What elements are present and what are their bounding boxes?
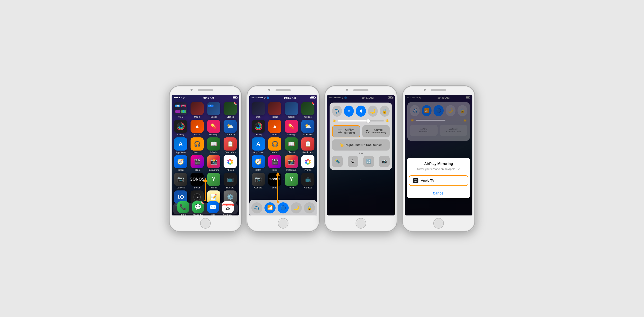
app-clips[interactable]: 🎬 Clips	[190, 155, 205, 171]
app-blinkist[interactable]: 📖 Blinkist	[206, 137, 221, 154]
cc-dnd-3[interactable]: 🌙	[368, 106, 378, 117]
app-reminders-2[interactable]: 📋 Reminders	[301, 137, 316, 154]
cc-timer-3[interactable]: ⏱	[348, 156, 358, 167]
screen-1: ⊙ 9:41 AM 📰 📷 🎵 🌐	[172, 95, 239, 215]
control-center-bg-4: ✈️ 📶 🔵 🌙 🔒 ☀️ ☀️ AirPlayMirroring AirDro…	[407, 102, 470, 141]
dock-messages[interactable]: 💬 2 Messages	[192, 201, 204, 215]
airplay-cancel-btn[interactable]: Cancel	[407, 188, 470, 198]
app-label-camera: Camera	[177, 186, 185, 189]
home-button-4[interactable]	[433, 218, 444, 229]
dock-phone[interactable]: 📞 Phone	[177, 201, 189, 215]
app-appstore[interactable]: A App Store	[173, 137, 188, 154]
app-label-strava: Strava	[194, 133, 200, 136]
app-remote-2[interactable]: 📺 Remote	[301, 173, 316, 189]
iphone-4: ●●● ○○ cricket ⊙ 10:20 AM ✈️ 📶	[402, 85, 475, 232]
screen-2: ●●● ○○ cricket ⊙ 🔵 10:11 AM	[249, 95, 317, 215]
app-clips-2[interactable]: 🎬 Clips	[267, 155, 283, 171]
status-left-2: ●●● ○○ cricket ⊙ 🔵	[251, 96, 269, 99]
svg-point-25	[309, 160, 311, 162]
cc-airplane-2[interactable]: ✈️	[251, 202, 262, 213]
cc-bluetooth-2[interactable]: 🔵	[278, 202, 289, 213]
app-heads-2[interactable]: 🎧 Heads...	[267, 137, 283, 154]
app-photos[interactable]: Photos	[223, 155, 238, 171]
cc-wifi-3[interactable]	[344, 106, 354, 117]
app-utilities[interactable]: 1 Utilities	[223, 102, 238, 118]
app-strava-2[interactable]: ▲ Strava	[267, 120, 283, 136]
app-activity[interactable]: Activity	[173, 120, 188, 136]
app-utilities-2[interactable]: 1 Utilities	[301, 102, 316, 118]
dock-calendar[interactable]: Wednesday 26 Calendar	[222, 201, 234, 215]
app-appstore-2[interactable]: A App Store	[251, 137, 266, 154]
app-darksky[interactable]: ⛅ Dark Sky	[223, 120, 238, 136]
cc-rotation-2[interactable]: 🔒	[304, 202, 315, 213]
svg-point-26	[309, 162, 311, 164]
app-9to5-2[interactable]: 9to5	[251, 102, 266, 118]
cc-nightshift-3[interactable]: ☀️ Night Shift: Off Until Sunset	[332, 139, 390, 151]
app-label-darksky: Dark Sky	[226, 133, 235, 136]
app-reminders[interactable]: 📋 Reminders	[223, 137, 238, 154]
cc-rotation-3[interactable]: 🔒	[380, 106, 390, 117]
app-heads[interactable]: 🎧 Heads...	[190, 137, 205, 154]
app-instagram[interactable]: 📸 Instagram	[206, 155, 221, 171]
cc-airdrop-btn-3[interactable]: AirDrop:Contacts Only	[362, 125, 390, 137]
app-activity-2[interactable]: Activity	[251, 120, 266, 136]
app-media[interactable]: Media	[190, 102, 205, 118]
app-ynab-2[interactable]: Y YNAB	[284, 173, 299, 189]
app-withings-2[interactable]: 💊 Withings	[284, 120, 299, 136]
dock-1: 📞 Phone 💬 2 Messages ✉️ Mail	[173, 203, 238, 214]
app-sonos-2[interactable]: SONOS Sonos	[267, 173, 283, 189]
badge-utilities-2: 1	[312, 102, 314, 105]
nightshift-label-3: Night Shift: Off Until Sunset	[346, 143, 382, 147]
cc-airplay-btn-3[interactable]: AirPlayMirroring	[332, 125, 360, 137]
screen-3: ●●● ○○ cricket ⊙ 🔵 10:11 AM	[327, 95, 395, 215]
cc-airplane-3[interactable]: ✈️	[332, 106, 342, 117]
cc-calculator-3[interactable]: 🔢	[363, 156, 374, 167]
app-label-ynab: YNAB	[210, 186, 217, 189]
app-strava[interactable]: ▲ Strava	[190, 120, 205, 136]
status-bar-1: ⊙ 9:41 AM	[172, 95, 239, 101]
home-button-2[interactable]	[278, 218, 288, 229]
app-camera-2[interactable]: 📷 Camera	[251, 173, 266, 189]
app-darksky-2[interactable]: ⛅ Dark Sky	[301, 120, 316, 136]
dock-label-messages: Messages	[193, 213, 203, 215]
badge-messages: 2	[201, 201, 204, 204]
dock-label-phone: Phone	[180, 213, 186, 215]
home-button-3[interactable]	[356, 218, 366, 229]
app-ynab[interactable]: Y YNAB	[206, 173, 221, 189]
cc-flashlight-3[interactable]: 🔦	[332, 156, 343, 167]
app-label-reminders: Reminders	[225, 151, 236, 154]
app-blinkist-2[interactable]: 📖 Blinkist	[284, 137, 299, 154]
home-button-1[interactable]	[200, 218, 211, 229]
signal-dot	[174, 97, 175, 98]
airplay-title-4: AirPlay Mirroring	[407, 158, 470, 167]
dock-label-mail: Mail	[211, 213, 215, 215]
app-remote[interactable]: 📺 Remote	[223, 173, 238, 189]
app-social[interactable]: f Social	[206, 102, 221, 118]
app-media-2[interactable]: Media	[267, 102, 283, 118]
cc-dnd-2[interactable]: 🌙	[291, 202, 302, 213]
app-withings[interactable]: 💊 Withings	[206, 120, 221, 136]
cc-camera-3[interactable]: 📷	[379, 156, 390, 167]
airplay-appletv-option[interactable]: Apple TV	[409, 175, 468, 186]
app-photos-2[interactable]: Photos	[301, 155, 316, 171]
status-left-1: ⊙	[174, 96, 185, 99]
app-safari[interactable]: 🧭 Safari	[173, 155, 188, 171]
app-camera[interactable]: 📷 Camera	[173, 173, 188, 189]
svg-point-28	[305, 162, 307, 164]
app-sonos[interactable]: SONOS Sonos	[190, 173, 205, 189]
svg-point-10	[229, 163, 231, 165]
app-label-blinkist: Blinkist	[210, 151, 217, 154]
app-label-media: Media	[194, 116, 200, 118]
app-social-2[interactable]: Social	[284, 102, 299, 118]
dock-mail[interactable]: ✉️ Mail	[207, 201, 219, 215]
cc-bluetooth-3[interactable]	[356, 106, 366, 117]
app-label-photos: Photos	[227, 169, 234, 171]
dock-label-calendar: Calendar	[223, 213, 232, 215]
cc-dots-3	[332, 153, 390, 154]
time-2: 10:11 AM	[284, 96, 296, 99]
cc-wifi-2[interactable]: 📶	[264, 202, 276, 213]
app-9to5[interactable]: 📰 📷 🎵 🌐 9to5	[173, 102, 188, 118]
app-instagram-2[interactable]: 📸 Instagram	[284, 155, 299, 171]
signal-dot	[177, 97, 178, 98]
app-safari-2[interactable]: 🧭 Safari	[251, 155, 266, 171]
